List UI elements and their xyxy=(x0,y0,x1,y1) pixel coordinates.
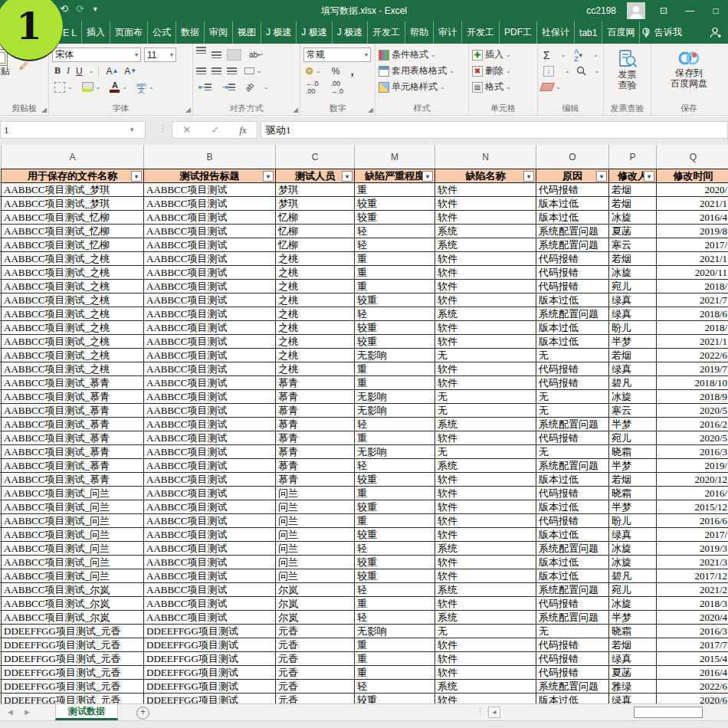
sheet-nav-next-icon[interactable]: ► xyxy=(23,707,31,717)
top-align-button[interactable] xyxy=(196,47,206,54)
table-cell[interactable]: AABBCC项目测试 xyxy=(144,390,276,404)
filter-dropdown-icon[interactable]: ▾ xyxy=(131,171,142,182)
table-cell[interactable]: AABBCC项目测试_问兰 xyxy=(2,542,144,556)
table-cell[interactable]: 版本过低 xyxy=(536,321,609,335)
table-cell[interactable]: 系统配置问题 xyxy=(536,611,609,625)
orientation-button[interactable]: ab xyxy=(244,81,256,93)
table-cell[interactable]: AABBCC项目测试_尔岚 xyxy=(2,611,144,625)
table-cell[interactable]: 代码报错 xyxy=(536,362,609,376)
table-cell[interactable]: 2016/6 xyxy=(657,514,728,528)
middle-align-button[interactable] xyxy=(212,51,221,58)
table-cell[interactable]: AABBCC项目测试_慕青 xyxy=(2,404,144,418)
table-cell[interactable]: 2018/ xyxy=(657,321,728,335)
borders-button[interactable]: ⌄ xyxy=(54,82,73,93)
table-cell[interactable]: AABBCC项目测试 xyxy=(144,569,276,583)
table-cell[interactable]: AABBCC项目测试 xyxy=(144,445,276,459)
ribbon-display-options-icon[interactable]: ⊡ xyxy=(656,5,671,16)
table-cell[interactable]: 重 xyxy=(355,652,435,666)
ribbon-tab[interactable]: 公式 xyxy=(148,21,176,44)
table-cell[interactable]: 之桃 xyxy=(276,266,355,280)
table-cell[interactable]: AABBCC项目测试_梦琪 xyxy=(2,197,144,211)
increase-indent-button[interactable]: ⇥ xyxy=(221,83,234,91)
table-cell[interactable]: 较重 xyxy=(355,293,435,307)
table-cell[interactable]: 2019/ xyxy=(657,459,728,473)
table-cell[interactable]: 系统 xyxy=(435,459,536,473)
table-cell[interactable]: 慕青 xyxy=(276,404,355,418)
filter-dropdown-icon[interactable]: ▾ xyxy=(596,171,607,182)
table-cell[interactable]: 系统配置问题 xyxy=(536,680,609,694)
table-cell[interactable]: 代码报错 xyxy=(536,183,609,197)
table-cell[interactable]: 软件 xyxy=(435,473,536,487)
table-cell[interactable]: 无 xyxy=(536,625,609,638)
table-cell[interactable]: 宛儿 xyxy=(609,431,657,445)
table-cell[interactable]: 重 xyxy=(355,487,435,500)
table-cell[interactable]: AABBCC项目测试_问兰 xyxy=(2,487,144,500)
table-cell[interactable]: 2016/2 xyxy=(657,418,728,431)
table-cell[interactable]: AABBCC项目测试 xyxy=(144,183,276,197)
table-cell[interactable]: 软件 xyxy=(435,666,536,680)
comma-style-icon[interactable]: , xyxy=(350,64,353,77)
table-cell[interactable]: 代码报错 xyxy=(536,487,609,500)
table-cell[interactable]: 慕青 xyxy=(276,473,355,487)
table-cell[interactable]: 软件 xyxy=(435,335,536,349)
ribbon-tab[interactable]: 视图 xyxy=(233,21,261,44)
table-cell[interactable]: 夏菡 xyxy=(609,666,657,680)
table-cell[interactable]: 绿真 xyxy=(609,652,657,666)
table-cell[interactable]: 2021/1 xyxy=(657,335,728,349)
bold-button[interactable]: B xyxy=(54,65,61,77)
table-cell[interactable]: AABBCC项目测试_忆柳 xyxy=(2,225,144,238)
table-cell[interactable]: DDEEFFGG项目测试 xyxy=(144,625,276,638)
table-cell[interactable]: DDEEFFGG项目测试_元香 xyxy=(2,625,144,638)
table-cell[interactable]: 冰旋 xyxy=(609,211,657,225)
table-cell[interactable]: 重 xyxy=(355,597,435,611)
table-cell[interactable]: 半梦 xyxy=(609,459,657,473)
table-cell[interactable]: 无影响 xyxy=(355,349,435,362)
table-cell[interactable]: 梦琪 xyxy=(276,197,355,211)
table-header-cell[interactable]: 修改时间 xyxy=(657,169,728,183)
shrink-font-button[interactable]: A▼ xyxy=(124,66,136,77)
table-cell[interactable]: 无 xyxy=(536,349,609,362)
styles-item[interactable]: 条件格式⌄ xyxy=(379,47,465,63)
table-cell[interactable]: 代码报错 xyxy=(536,638,609,652)
table-cell[interactable]: 软件 xyxy=(435,183,536,197)
alignment-dialog-launcher[interactable]: ◢ xyxy=(293,106,298,113)
hscroll-left-arrow[interactable]: ◄ xyxy=(488,707,500,718)
column-header-M[interactable]: M xyxy=(355,145,435,169)
table-cell[interactable]: AABBCC项目测试 xyxy=(144,597,276,611)
table-cell[interactable]: 较重 xyxy=(355,335,435,349)
avatar[interactable] xyxy=(627,2,645,19)
ribbon-tab[interactable]: tab1 xyxy=(575,21,602,44)
table-cell[interactable]: 2019/7 xyxy=(657,362,728,376)
table-cell[interactable]: AABBCC项目测试 xyxy=(144,321,276,335)
table-cell[interactable]: 问兰 xyxy=(276,500,355,514)
table-cell[interactable]: 问兰 xyxy=(276,528,355,542)
table-cell[interactable]: 软件 xyxy=(435,514,536,528)
table-cell[interactable]: 尔岚 xyxy=(276,611,355,625)
table-cell[interactable]: AABBCC项目测试_慕青 xyxy=(2,445,144,459)
table-cell[interactable]: 2022/6 xyxy=(657,349,728,362)
table-cell[interactable]: 轻 xyxy=(355,459,435,473)
table-cell[interactable]: AABBCC项目测试_之桃 xyxy=(2,362,144,376)
table-cell[interactable]: 较重 xyxy=(355,211,435,225)
table-cell[interactable]: 软件 xyxy=(435,321,536,335)
table-cell[interactable]: 晓霜 xyxy=(609,625,657,638)
table-cell[interactable]: AABBCC项目测试 xyxy=(144,293,276,307)
table-cell[interactable]: DDEEFFGG项目测试 xyxy=(144,680,276,694)
table-header-cell[interactable]: 修改人▾ xyxy=(609,169,657,183)
table-cell[interactable]: 2020/6 xyxy=(657,694,728,703)
table-cell[interactable]: 无影响 xyxy=(355,390,435,404)
table-cell[interactable]: AABBCC项目测试 xyxy=(144,362,276,376)
table-cell[interactable]: 碧凡 xyxy=(609,376,657,390)
table-cell[interactable]: 无 xyxy=(435,625,536,638)
table-cell[interactable]: 雅绿 xyxy=(609,680,657,694)
table-cell[interactable]: 2018/3 xyxy=(657,597,728,611)
table-cell[interactable]: AABBCC项目测试 xyxy=(144,500,276,514)
table-cell[interactable]: AABBCC项目测试_问兰 xyxy=(2,514,144,528)
styles-item[interactable]: 套用表格格式⌄ xyxy=(379,63,465,79)
table-cell[interactable]: 2016/3 xyxy=(657,445,728,459)
table-cell[interactable]: AABBCC项目测试 xyxy=(144,266,276,280)
table-cell[interactable]: 忆柳 xyxy=(276,211,355,225)
phonetic-guide-button[interactable]: wén文⌄ xyxy=(136,82,154,93)
table-cell[interactable]: 系统 xyxy=(435,307,536,321)
formula-input[interactable]: 驱动1 xyxy=(261,121,728,139)
